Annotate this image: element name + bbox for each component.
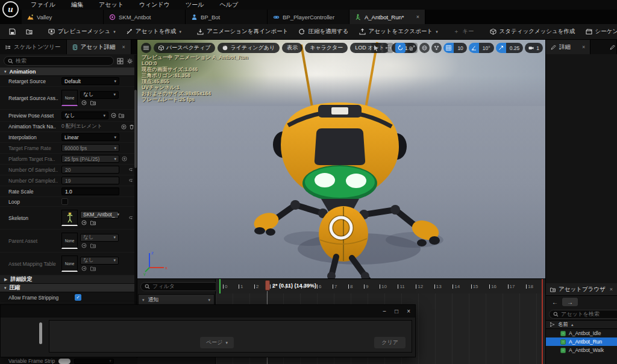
tab-bp-playercontroller[interactable]: BP_PlayerController: [268, 10, 349, 24]
export-asset-button[interactable]: アセットをエクスポート▾: [355, 26, 442, 37]
viewport-menu-button[interactable]: [141, 43, 151, 53]
use-selected-icon[interactable]: [81, 100, 87, 105]
interpolation-dropdown[interactable]: Linear▾: [61, 133, 119, 141]
reimport-animation-button[interactable]: アニメーションを再インポート: [193, 26, 292, 37]
close-tab-icon[interactable]: ×: [122, 44, 125, 50]
search-input[interactable]: [16, 58, 110, 64]
asset-thumbnail[interactable]: None: [61, 256, 78, 272]
rotate-tool-button[interactable]: [395, 43, 406, 53]
asset-list-header[interactable]: 名前 ▴: [546, 320, 617, 329]
create-asset-button[interactable]: アセットを作成▾: [122, 26, 186, 37]
browse-to-asset-icon[interactable]: [90, 266, 96, 271]
edit-in-sequencer-button[interactable]: シーケンサで編集▾: [581, 26, 617, 37]
scale-tool-button[interactable]: [407, 43, 418, 53]
page-dropdown-button[interactable]: ページ ▾: [200, 337, 234, 348]
asset-list-item-selected[interactable]: ◦ A_Antbot_Run: [546, 337, 617, 346]
dialog-title-bar[interactable]: − □ ×: [1, 305, 415, 318]
asset-thumbnail[interactable]: None: [61, 90, 78, 106]
minimize-button[interactable]: −: [383, 309, 386, 315]
viewport[interactable]: パースペクティブ ライティングあり 表示 キャラクター LOD オート ▶ x1…: [137, 40, 545, 278]
back-button[interactable]: ←: [552, 299, 558, 306]
tab-a-antbot-run[interactable]: A_Antbot_Run* ×: [349, 10, 425, 24]
preview-mesh-button[interactable]: プレビューメッシュ▾: [44, 26, 120, 37]
menu-edit[interactable]: 編集: [63, 0, 91, 10]
section-compression[interactable]: ▾ 圧縮: [0, 284, 137, 292]
preview-pose-asset-dropdown[interactable]: なし▾: [61, 111, 108, 119]
clear-button[interactable]: クリア: [374, 337, 406, 348]
tab-partial[interactable]: [590, 40, 617, 54]
details-search-box[interactable]: [4, 56, 114, 66]
menu-help[interactable]: ヘルプ: [212, 0, 246, 10]
asset-list-item[interactable]: ◦ A_Antbot_Idle: [546, 329, 617, 337]
variable-frame-toggle[interactable]: [58, 359, 70, 364]
browse-to-asset-button[interactable]: [22, 27, 37, 37]
floating-dialog-window[interactable]: − □ × ページ ▾ クリア: [0, 304, 416, 357]
move-tool-button[interactable]: [383, 43, 393, 53]
section-animation[interactable]: ▾ Animation: [0, 67, 137, 76]
playhead-handle[interactable]: [265, 280, 270, 290]
tab-skeleton-tree[interactable]: スケルトンツリー: [0, 40, 67, 54]
asset-list-item[interactable]: ◦ A_Antbot_Walk: [546, 346, 617, 354]
lit-mode-button[interactable]: ライティングあり: [218, 43, 280, 53]
use-selected-icon[interactable]: [81, 243, 87, 248]
retarget-source-dropdown[interactable]: Default▾: [61, 77, 119, 85]
reset-to-default-icon[interactable]: [129, 167, 134, 172]
unreal-logo-icon[interactable]: u: [2, 1, 19, 17]
menu-asset[interactable]: アセット: [91, 0, 131, 10]
forward-button[interactable]: →: [562, 298, 578, 306]
retarget-source-asset-dropdown[interactable]: なし▾: [80, 91, 119, 99]
select-tool-button[interactable]: [371, 43, 381, 53]
filter-input[interactable]: [152, 283, 223, 289]
add-element-icon[interactable]: [122, 156, 127, 162]
add-element-icon[interactable]: [121, 124, 127, 130]
menu-window[interactable]: ウィンドウ: [131, 0, 178, 10]
tab-valley[interactable]: Valley: [22, 10, 104, 24]
asset-thumbnail[interactable]: None: [61, 233, 78, 249]
close-tab-icon[interactable]: ×: [582, 44, 585, 50]
camera-speed-control[interactable]: 1: [525, 43, 543, 53]
surface-snapping-button[interactable]: [431, 43, 442, 53]
tab-asset-browser[interactable]: アセットブラウザ ×: [546, 283, 617, 296]
tab-bp-bot[interactable]: BP_Bot: [186, 10, 268, 24]
maximize-button[interactable]: □: [395, 309, 398, 315]
use-selected-icon[interactable]: [81, 266, 87, 271]
menu-file[interactable]: ファイル: [23, 0, 63, 10]
asset-search-input[interactable]: [561, 311, 617, 317]
dialog-scrollbar-thumb[interactable]: [39, 322, 42, 344]
create-static-mesh-button[interactable]: スタティックメッシュを作成: [486, 26, 580, 37]
world-coordinate-button[interactable]: [419, 43, 430, 53]
save-button[interactable]: [5, 27, 20, 37]
menu-tools[interactable]: ツール: [178, 0, 211, 10]
skeleton-thumbnail[interactable]: [61, 210, 78, 226]
close-tab-icon[interactable]: ×: [610, 286, 613, 292]
asset-search-box[interactable]: [549, 310, 617, 319]
variable-frame-field[interactable]: ＋: [74, 359, 114, 364]
rate-scale-field[interactable]: 1.0: [61, 187, 119, 195]
browse-to-asset-icon[interactable]: [90, 243, 96, 248]
gear-icon[interactable]: [127, 58, 133, 64]
show-menu-button[interactable]: 表示: [282, 43, 302, 53]
grid-snap-control[interactable]: 10: [443, 43, 466, 53]
use-selected-icon[interactable]: [111, 113, 116, 118]
skeleton-dropdown[interactable]: SKM_Antbot_▾: [80, 211, 119, 219]
close-tab-icon[interactable]: ×: [416, 14, 419, 20]
timeline-filter-box[interactable]: [140, 282, 227, 291]
allow-frame-stripping-checkbox[interactable]: ✓: [75, 294, 81, 301]
section-advanced-settings[interactable]: ▶ 詳細設定: [0, 275, 137, 284]
trash-icon[interactable]: [129, 124, 134, 130]
view-options-icon[interactable]: [117, 58, 124, 64]
reset-to-default-icon[interactable]: [129, 215, 134, 221]
loop-checkbox[interactable]: [61, 198, 68, 205]
browse-to-asset-icon[interactable]: [90, 220, 96, 225]
use-selected-icon[interactable]: [81, 220, 87, 225]
chevron-down-icon[interactable]: ▾: [208, 298, 210, 303]
character-menu-button[interactable]: キャラクター: [305, 43, 348, 53]
scale-snap-control[interactable]: 0.25: [496, 43, 524, 53]
scrollbar-thumb[interactable]: [134, 90, 137, 168]
browse-to-asset-icon[interactable]: [119, 113, 124, 118]
tab-details[interactable]: 詳細 ×: [546, 40, 590, 54]
close-button[interactable]: ×: [407, 309, 410, 315]
reset-to-default-icon[interactable]: [129, 178, 134, 183]
tab-skm-antbot[interactable]: SKM_Antbot: [104, 10, 186, 24]
perspective-button[interactable]: パースペクティブ: [154, 43, 215, 53]
